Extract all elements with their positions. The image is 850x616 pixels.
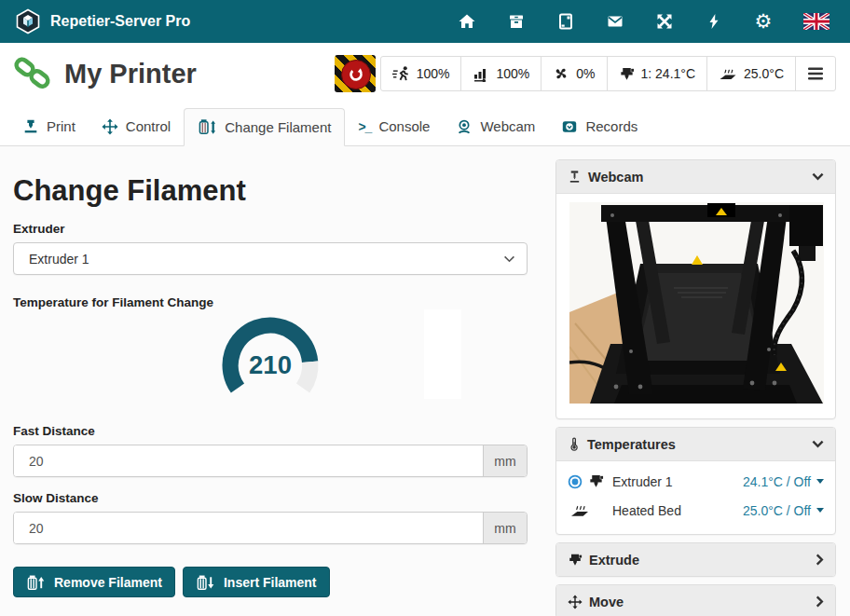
page-title: Change Filament: [13, 174, 528, 208]
tab-records-label: Records: [585, 118, 638, 134]
temp-row-extruder: Extruder 1 24.1°C / Off: [568, 467, 824, 496]
extruder-select[interactable]: Extruder 1: [13, 242, 528, 275]
journal-icon[interactable]: [556, 12, 575, 31]
extruder-temp-status[interactable]: 1: 24.1°C: [607, 57, 707, 90]
home-icon[interactable]: [458, 12, 476, 31]
tab-records[interactable]: Records: [548, 107, 651, 145]
printer-tabbar: Print Control Change Filament >_ Console…: [0, 104, 850, 146]
flow-bars-icon: [473, 65, 489, 82]
filament-down-icon: [196, 574, 215, 591]
move-arrows-icon: [568, 595, 583, 609]
brand[interactable]: Repetier-Server Pro: [15, 8, 190, 34]
tab-change-filament-label: Change Filament: [225, 119, 331, 135]
fast-distance-input[interactable]: [14, 445, 483, 476]
temperature-label: Temperature for Filament Change: [13, 295, 528, 309]
speed-runner-icon: [392, 65, 410, 82]
remove-filament-label: Remove Filament: [54, 575, 162, 590]
move-arrows-icon: [102, 118, 118, 135]
fan-status[interactable]: 0%: [541, 57, 606, 90]
records-camera-icon: [561, 118, 578, 135]
flow-value: 100%: [496, 66, 529, 81]
tab-control-label: Control: [126, 118, 171, 134]
tab-webcam-label: Webcam: [480, 118, 535, 134]
right-sidebar: Webcam: [555, 159, 836, 616]
archive-box-icon[interactable]: [507, 12, 526, 31]
thermometer-icon: [568, 437, 581, 451]
slow-distance-input[interactable]: [14, 513, 483, 543]
repetier-logo-icon: [15, 8, 41, 34]
webcam-icon: [456, 118, 473, 135]
bed-temp-dropdown[interactable]: 25.0°C / Off: [743, 503, 824, 518]
printer-link-icon: [14, 57, 51, 90]
chevron-down-icon: [503, 255, 515, 263]
gear-icon[interactable]: ⚙: [754, 12, 773, 31]
filament-up-icon: [26, 574, 46, 591]
move-panel-title: Move: [589, 595, 624, 609]
navbar-menu: ⚙: [458, 12, 835, 31]
slow-distance-unit: mm: [483, 513, 527, 543]
caret-down-icon: [816, 508, 824, 513]
filament-actions: Remove Filament Insert Filament: [13, 567, 528, 597]
mail-icon[interactable]: [606, 12, 624, 31]
repetier-server-app: Repetier-Server Pro ⚙: [0, 0, 850, 616]
speed-status[interactable]: 100%: [381, 57, 461, 90]
chevron-down-icon: [812, 172, 824, 181]
bolt-icon[interactable]: [705, 12, 723, 31]
tab-print-label: Print: [47, 118, 75, 134]
heated-bed-icon: [719, 65, 737, 82]
nozzle-icon: [568, 553, 583, 568]
nozzle-icon: [619, 66, 635, 82]
caret-down-icon: [816, 479, 824, 484]
webcam-panel-header[interactable]: Webcam: [556, 160, 835, 194]
temperatures-panel-header[interactable]: Temperatures: [556, 428, 835, 461]
move-panel-header[interactable]: Move: [556, 585, 835, 616]
status-group: 100% 100% 0% 1: 24.1°C 25.0°C: [380, 56, 836, 91]
extruder-temp-dropdown[interactable]: 24.1°C / Off: [743, 474, 824, 489]
printer-status-bar: 100% 100% 0% 1: 24.1°C 25.0°C: [335, 55, 836, 92]
remove-filament-button[interactable]: Remove Filament: [13, 567, 175, 597]
extrude-panel: Extrude: [555, 542, 836, 577]
top-navbar: Repetier-Server Pro ⚙: [0, 0, 850, 43]
move-panel: Move: [555, 584, 836, 616]
language-flag-uk-icon[interactable]: [803, 12, 829, 31]
printer-menu-button[interactable]: [795, 57, 835, 90]
gauge-empty-arc: [303, 362, 310, 388]
extruder-temp-text: 24.1°C / Off: [743, 474, 811, 489]
nozzle-icon: [588, 473, 604, 489]
insert-filament-button[interactable]: Insert Filament: [183, 567, 330, 597]
printer-name: My Printer: [64, 59, 197, 89]
emergency-stop-button[interactable]: [335, 55, 376, 92]
tab-control[interactable]: Control: [89, 107, 184, 145]
printhead-icon: [568, 170, 582, 184]
tab-console[interactable]: >_ Console: [345, 107, 443, 145]
tab-console-label: Console: [378, 118, 430, 134]
change-filament-panel: Change Filament Extruder Extruder 1 Temp…: [13, 146, 528, 597]
temp-row-name: Extruder 1: [612, 474, 673, 489]
tab-webcam[interactable]: Webcam: [443, 107, 548, 145]
tab-change-filament[interactable]: Change Filament: [184, 108, 345, 146]
temp-row-name: Heated Bed: [612, 503, 681, 518]
radio-selected-icon[interactable]: [568, 474, 583, 489]
expand-arrows-icon[interactable]: [655, 12, 674, 31]
bed-temp-status[interactable]: 25.0°C: [706, 57, 795, 90]
extrude-panel-header[interactable]: Extrude: [556, 543, 835, 576]
extruder-label: Extruder: [13, 222, 528, 236]
slow-distance-label: Slow Distance: [13, 491, 528, 505]
slow-distance-group: mm: [13, 512, 528, 544]
heated-bed-icon: [568, 501, 592, 519]
extruder-temp-value: 1: 24.1°C: [641, 66, 696, 81]
flow-status[interactable]: 100%: [460, 57, 541, 90]
insert-filament-label: Insert Filament: [224, 575, 317, 590]
fast-distance-unit: mm: [483, 445, 527, 476]
knob-input-spacer: [424, 309, 461, 399]
fan-icon: [553, 65, 569, 82]
temperatures-panel: Temperatures Extruder 1 24.1°C / Off: [555, 427, 836, 535]
webcam-panel-title: Webcam: [588, 170, 643, 185]
temperatures-body: Extruder 1 24.1°C / Off Heated Bed 25.0°…: [556, 461, 835, 534]
webcam-image: [569, 202, 824, 404]
bed-temp-text: 25.0°C / Off: [743, 503, 811, 518]
chevron-right-icon: [816, 595, 824, 608]
webcam-feed[interactable]: [556, 194, 835, 418]
tab-print[interactable]: Print: [9, 107, 89, 145]
fan-value: 0%: [576, 66, 595, 81]
